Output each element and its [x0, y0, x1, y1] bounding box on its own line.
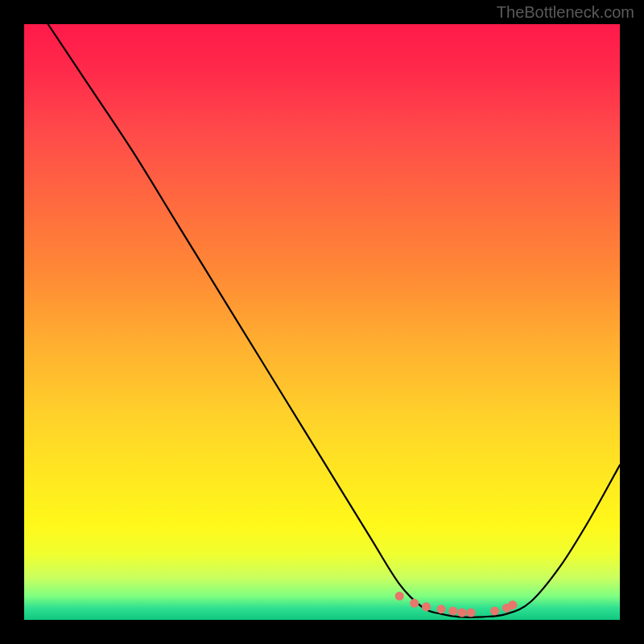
- marker-dot: [422, 602, 431, 611]
- marker-dot: [508, 601, 517, 609]
- marker-dot: [490, 606, 499, 615]
- bottleneck-curve: [48, 24, 620, 617]
- marker-dot: [437, 605, 446, 613]
- marker-dot: [410, 599, 419, 608]
- watermark-text: TheBottleneck.com: [497, 3, 634, 22]
- plot-area: [24, 24, 620, 620]
- marker-dot: [457, 609, 466, 617]
- marker-dots: [395, 592, 518, 617]
- marker-dot: [467, 609, 476, 617]
- chart-svg: [24, 24, 620, 620]
- marker-dot: [395, 592, 404, 601]
- marker-dot: [448, 606, 457, 615]
